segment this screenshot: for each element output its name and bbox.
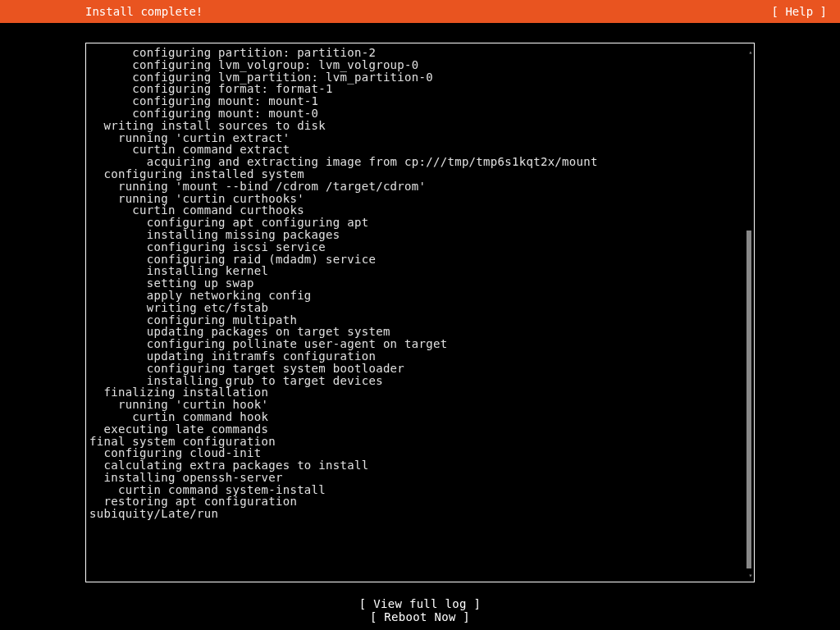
install-status-title: Install complete! [85,5,203,18]
help-button[interactable]: [ Help ] [772,5,827,18]
view-full-log-button[interactable]: [ View full log ] [85,597,755,610]
content-area: configuring partition: partition-2 confi… [0,23,840,630]
header-bar: Install complete! [ Help ] [0,0,840,23]
bottom-buttons: [ View full log ] [ Reboot Now ] [85,597,755,623]
install-log-content: configuring partition: partition-2 confi… [89,47,754,520]
scrollbar[interactable]: ▴ ▾ [748,48,753,577]
reboot-now-button[interactable]: [ Reboot Now ] [85,610,755,623]
install-log-box: configuring partition: partition-2 confi… [85,43,755,582]
scrollbar-thumb[interactable] [746,231,751,568]
scrollbar-up-arrow[interactable]: ▴ [748,48,753,53]
scrollbar-down-arrow[interactable]: ▾ [748,572,753,577]
